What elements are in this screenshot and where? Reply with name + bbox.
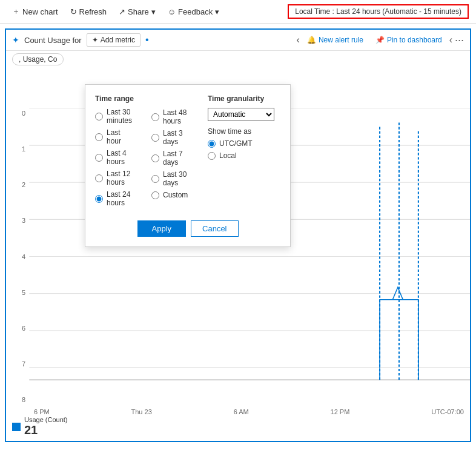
- share-label: Share: [128, 7, 149, 16]
- plus-icon: ＋: [12, 6, 20, 17]
- share-button[interactable]: ↗ Share ▾: [114, 5, 160, 19]
- add-metric-button[interactable]: ✦ Add metric: [87, 33, 140, 47]
- cancel-button[interactable]: Cancel: [191, 220, 238, 237]
- filter-pill-label: , Usage, Co: [19, 55, 57, 64]
- time-range-title: Time range: [95, 94, 137, 103]
- time-range-option[interactable]: Last 30 minutes: [95, 108, 137, 125]
- time-range-col2-radios: Last 48 hoursLast 3 daysLast 7 daysLast …: [151, 108, 193, 199]
- show-time-option[interactable]: UTC/GMT: [208, 139, 280, 148]
- legend-metric-label: Usage (Count): [24, 416, 68, 423]
- time-range-col: Time range Last 30 minutesLast hourLast …: [95, 94, 137, 211]
- feedback-label: Feedback: [178, 7, 213, 16]
- time-range-col1: Last 30 minutesLast hourLast 4 hoursLast…: [95, 108, 137, 207]
- time-range-option[interactable]: Last 24 hours: [95, 190, 137, 207]
- granularity-title: Time granularity: [208, 94, 280, 103]
- x-axis-label: 12 PM: [331, 408, 350, 415]
- time-badge[interactable]: Local Time : Last 24 hours (Automatic - …: [288, 4, 469, 19]
- time-range-col2: Last 48 hoursLast 3 daysLast 7 daysLast …: [151, 94, 193, 211]
- chevron-down-icon-chart[interactable]: ‹: [449, 35, 452, 45]
- feedback-button[interactable]: ☺ Feedback ▾: [163, 5, 224, 19]
- legend-count: 21: [24, 423, 68, 437]
- chevron-left-icon[interactable]: ‹: [297, 35, 300, 45]
- feedback-icon: ☺: [168, 7, 176, 16]
- pin-icon: 📌: [375, 36, 385, 44]
- time-range-option[interactable]: Custom: [151, 191, 193, 199]
- refresh-label: Refresh: [79, 7, 107, 16]
- popup-actions: Apply Cancel: [95, 220, 280, 237]
- chevron-down-icon: ▾: [151, 7, 156, 16]
- bullet-icon: •: [145, 35, 149, 45]
- time-range-option[interactable]: Last 4 hours: [95, 149, 137, 166]
- new-chart-label: New chart: [22, 7, 58, 16]
- more-options-icon[interactable]: ···: [455, 34, 464, 47]
- sparkle-icon: ✦: [12, 35, 19, 45]
- chart-area: ✦ Count Usage for ✦ Add metric • ‹ 🔔 New…: [5, 28, 471, 442]
- bell-icon: 🔔: [307, 36, 316, 44]
- time-badge-text: Local Time : Last 24 hours (Automatic - …: [295, 7, 461, 16]
- granularity-select[interactable]: Automatic1 minute5 minutes15 minutes30 m…: [208, 108, 274, 121]
- chart-actions: ‹ 🔔 New alert rule 📌 Pin to dashboard ‹ …: [297, 33, 464, 47]
- refresh-icon: ↻: [70, 7, 77, 16]
- x-axis-label: UTC-07:00: [431, 408, 464, 415]
- chart-header: ✦ Count Usage for ✦ Add metric • ‹ 🔔 New…: [6, 30, 470, 51]
- filter-pill[interactable]: , Usage, Co: [12, 53, 64, 65]
- legend-color: [12, 423, 21, 431]
- time-range-option[interactable]: Last 12 hours: [95, 170, 137, 187]
- chevron-down-icon-feedback: ▾: [215, 7, 219, 16]
- chart-title: Count Usage for: [24, 36, 82, 45]
- popup-content: Time range Last 30 minutesLast hourLast …: [95, 94, 280, 211]
- x-axis-labels: 6 PMThu 236 AM12 PMUTC-07:00: [28, 407, 470, 417]
- pin-to-dashboard-button[interactable]: 📌 Pin to dashboard: [371, 33, 447, 47]
- show-time-option[interactable]: Local: [208, 151, 280, 160]
- time-range-option[interactable]: Last 48 hours: [151, 108, 193, 125]
- plus-icon-metric: ✦: [92, 36, 98, 44]
- granularity-col: Time granularity Automatic1 minute5 minu…: [208, 94, 280, 211]
- pin-label: Pin to dashboard: [387, 36, 442, 44]
- filter-bar: , Usage, Co: [6, 51, 470, 68]
- new-alert-label: New alert rule: [319, 36, 363, 44]
- chart-legend: Usage (Count) 21: [12, 416, 68, 437]
- show-time-radios: UTC/GMTLocal: [208, 139, 280, 160]
- x-axis-label: 6 AM: [234, 408, 249, 415]
- time-range-option[interactable]: Last 7 days: [151, 150, 193, 167]
- toolbar: ＋ New chart ↻ Refresh ↗ Share ▾ ☺ Feedba…: [0, 0, 476, 24]
- time-range-option[interactable]: Last 3 days: [151, 129, 193, 146]
- time-range-option[interactable]: Last 30 days: [151, 170, 193, 187]
- refresh-button[interactable]: ↻ Refresh: [65, 5, 112, 19]
- time-range-popup: Time range Last 30 minutesLast hourLast …: [85, 84, 291, 247]
- x-axis-label: Thu 23: [131, 408, 152, 415]
- add-metric-label: Add metric: [101, 36, 135, 44]
- apply-button[interactable]: Apply: [137, 220, 187, 237]
- x-axis-label: 6 PM: [34, 408, 50, 415]
- share-icon: ↗: [119, 7, 125, 16]
- new-alert-button[interactable]: 🔔 New alert rule: [302, 33, 368, 47]
- outer-container: ＋ New chart ↻ Refresh ↗ Share ▾ ☺ Feedba…: [0, 0, 476, 456]
- show-time-label: Show time as: [208, 127, 280, 136]
- new-chart-button[interactable]: ＋ New chart: [7, 4, 63, 19]
- time-range-option[interactable]: Last hour: [95, 128, 137, 145]
